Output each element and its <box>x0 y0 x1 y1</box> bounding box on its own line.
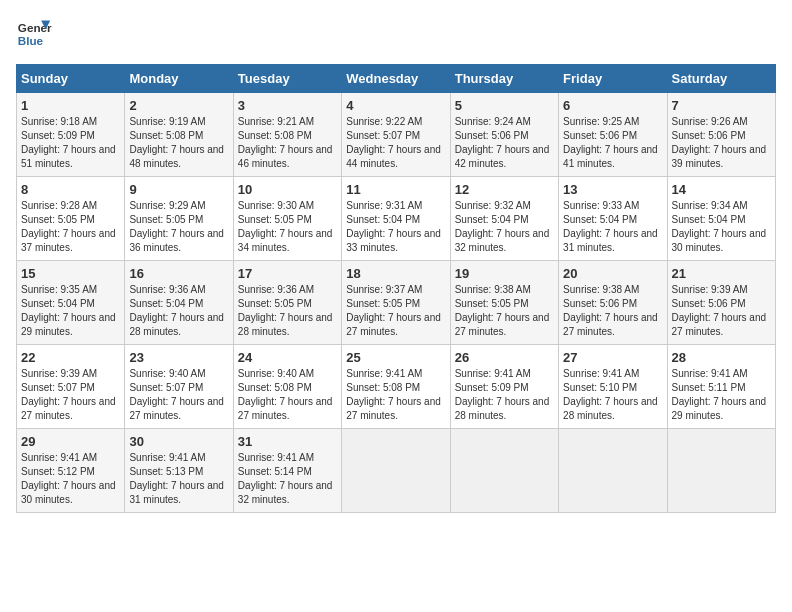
day-info: Sunrise: 9:35 AMSunset: 5:04 PMDaylight:… <box>21 283 120 339</box>
day-info: Sunrise: 9:32 AMSunset: 5:04 PMDaylight:… <box>455 199 554 255</box>
calendar-cell: 1Sunrise: 9:18 AMSunset: 5:09 PMDaylight… <box>17 93 125 177</box>
weekday-header: Monday <box>125 65 233 93</box>
page-header: General Blue <box>16 16 776 52</box>
day-number: 14 <box>672 182 771 197</box>
day-number: 28 <box>672 350 771 365</box>
calendar-cell: 20Sunrise: 9:38 AMSunset: 5:06 PMDayligh… <box>559 261 667 345</box>
calendar-cell <box>667 429 775 513</box>
calendar-cell: 31Sunrise: 9:41 AMSunset: 5:14 PMDayligh… <box>233 429 341 513</box>
calendar-cell: 25Sunrise: 9:41 AMSunset: 5:08 PMDayligh… <box>342 345 450 429</box>
calendar-cell <box>559 429 667 513</box>
calendar-cell: 29Sunrise: 9:41 AMSunset: 5:12 PMDayligh… <box>17 429 125 513</box>
day-info: Sunrise: 9:19 AMSunset: 5:08 PMDaylight:… <box>129 115 228 171</box>
calendar-cell: 10Sunrise: 9:30 AMSunset: 5:05 PMDayligh… <box>233 177 341 261</box>
day-number: 4 <box>346 98 445 113</box>
calendar-cell: 30Sunrise: 9:41 AMSunset: 5:13 PMDayligh… <box>125 429 233 513</box>
day-info: Sunrise: 9:37 AMSunset: 5:05 PMDaylight:… <box>346 283 445 339</box>
day-number: 23 <box>129 350 228 365</box>
day-info: Sunrise: 9:33 AMSunset: 5:04 PMDaylight:… <box>563 199 662 255</box>
day-number: 8 <box>21 182 120 197</box>
day-info: Sunrise: 9:28 AMSunset: 5:05 PMDaylight:… <box>21 199 120 255</box>
day-number: 7 <box>672 98 771 113</box>
day-info: Sunrise: 9:34 AMSunset: 5:04 PMDaylight:… <box>672 199 771 255</box>
calendar-cell: 9Sunrise: 9:29 AMSunset: 5:05 PMDaylight… <box>125 177 233 261</box>
weekday-header: Saturday <box>667 65 775 93</box>
day-info: Sunrise: 9:41 AMSunset: 5:13 PMDaylight:… <box>129 451 228 507</box>
calendar-cell: 2Sunrise: 9:19 AMSunset: 5:08 PMDaylight… <box>125 93 233 177</box>
calendar-cell: 8Sunrise: 9:28 AMSunset: 5:05 PMDaylight… <box>17 177 125 261</box>
day-number: 11 <box>346 182 445 197</box>
svg-text:Blue: Blue <box>18 34 44 47</box>
day-number: 29 <box>21 434 120 449</box>
day-number: 17 <box>238 266 337 281</box>
day-number: 19 <box>455 266 554 281</box>
calendar-cell: 11Sunrise: 9:31 AMSunset: 5:04 PMDayligh… <box>342 177 450 261</box>
logo: General Blue <box>16 16 52 52</box>
calendar-cell: 3Sunrise: 9:21 AMSunset: 5:08 PMDaylight… <box>233 93 341 177</box>
day-info: Sunrise: 9:21 AMSunset: 5:08 PMDaylight:… <box>238 115 337 171</box>
calendar-cell: 12Sunrise: 9:32 AMSunset: 5:04 PMDayligh… <box>450 177 558 261</box>
day-number: 26 <box>455 350 554 365</box>
day-info: Sunrise: 9:25 AMSunset: 5:06 PMDaylight:… <box>563 115 662 171</box>
calendar-cell: 13Sunrise: 9:33 AMSunset: 5:04 PMDayligh… <box>559 177 667 261</box>
day-info: Sunrise: 9:36 AMSunset: 5:05 PMDaylight:… <box>238 283 337 339</box>
calendar-cell: 27Sunrise: 9:41 AMSunset: 5:10 PMDayligh… <box>559 345 667 429</box>
day-number: 24 <box>238 350 337 365</box>
logo-icon: General Blue <box>16 16 52 52</box>
day-info: Sunrise: 9:18 AMSunset: 5:09 PMDaylight:… <box>21 115 120 171</box>
calendar-cell <box>450 429 558 513</box>
day-number: 20 <box>563 266 662 281</box>
calendar-cell: 16Sunrise: 9:36 AMSunset: 5:04 PMDayligh… <box>125 261 233 345</box>
day-info: Sunrise: 9:38 AMSunset: 5:05 PMDaylight:… <box>455 283 554 339</box>
day-number: 6 <box>563 98 662 113</box>
day-info: Sunrise: 9:41 AMSunset: 5:10 PMDaylight:… <box>563 367 662 423</box>
day-info: Sunrise: 9:41 AMSunset: 5:12 PMDaylight:… <box>21 451 120 507</box>
day-number: 22 <box>21 350 120 365</box>
day-info: Sunrise: 9:31 AMSunset: 5:04 PMDaylight:… <box>346 199 445 255</box>
day-info: Sunrise: 9:41 AMSunset: 5:11 PMDaylight:… <box>672 367 771 423</box>
day-info: Sunrise: 9:41 AMSunset: 5:08 PMDaylight:… <box>346 367 445 423</box>
calendar-cell <box>342 429 450 513</box>
calendar-cell: 15Sunrise: 9:35 AMSunset: 5:04 PMDayligh… <box>17 261 125 345</box>
weekday-header: Thursday <box>450 65 558 93</box>
day-info: Sunrise: 9:38 AMSunset: 5:06 PMDaylight:… <box>563 283 662 339</box>
day-number: 9 <box>129 182 228 197</box>
calendar-table: SundayMondayTuesdayWednesdayThursdayFrid… <box>16 64 776 513</box>
day-info: Sunrise: 9:29 AMSunset: 5:05 PMDaylight:… <box>129 199 228 255</box>
day-number: 13 <box>563 182 662 197</box>
calendar-cell: 18Sunrise: 9:37 AMSunset: 5:05 PMDayligh… <box>342 261 450 345</box>
day-info: Sunrise: 9:30 AMSunset: 5:05 PMDaylight:… <box>238 199 337 255</box>
day-number: 31 <box>238 434 337 449</box>
day-info: Sunrise: 9:40 AMSunset: 5:08 PMDaylight:… <box>238 367 337 423</box>
calendar-cell: 19Sunrise: 9:38 AMSunset: 5:05 PMDayligh… <box>450 261 558 345</box>
day-info: Sunrise: 9:24 AMSunset: 5:06 PMDaylight:… <box>455 115 554 171</box>
calendar-cell: 28Sunrise: 9:41 AMSunset: 5:11 PMDayligh… <box>667 345 775 429</box>
day-number: 10 <box>238 182 337 197</box>
day-number: 16 <box>129 266 228 281</box>
day-info: Sunrise: 9:40 AMSunset: 5:07 PMDaylight:… <box>129 367 228 423</box>
weekday-header: Sunday <box>17 65 125 93</box>
calendar-cell: 24Sunrise: 9:40 AMSunset: 5:08 PMDayligh… <box>233 345 341 429</box>
day-number: 3 <box>238 98 337 113</box>
day-info: Sunrise: 9:39 AMSunset: 5:07 PMDaylight:… <box>21 367 120 423</box>
calendar-cell: 17Sunrise: 9:36 AMSunset: 5:05 PMDayligh… <box>233 261 341 345</box>
day-info: Sunrise: 9:41 AMSunset: 5:09 PMDaylight:… <box>455 367 554 423</box>
day-info: Sunrise: 9:36 AMSunset: 5:04 PMDaylight:… <box>129 283 228 339</box>
calendar-cell: 7Sunrise: 9:26 AMSunset: 5:06 PMDaylight… <box>667 93 775 177</box>
calendar-cell: 6Sunrise: 9:25 AMSunset: 5:06 PMDaylight… <box>559 93 667 177</box>
day-number: 27 <box>563 350 662 365</box>
weekday-header: Friday <box>559 65 667 93</box>
calendar-cell: 4Sunrise: 9:22 AMSunset: 5:07 PMDaylight… <box>342 93 450 177</box>
day-number: 2 <box>129 98 228 113</box>
calendar-cell: 5Sunrise: 9:24 AMSunset: 5:06 PMDaylight… <box>450 93 558 177</box>
day-number: 21 <box>672 266 771 281</box>
day-number: 18 <box>346 266 445 281</box>
day-number: 5 <box>455 98 554 113</box>
day-info: Sunrise: 9:22 AMSunset: 5:07 PMDaylight:… <box>346 115 445 171</box>
day-number: 15 <box>21 266 120 281</box>
day-info: Sunrise: 9:41 AMSunset: 5:14 PMDaylight:… <box>238 451 337 507</box>
weekday-header: Tuesday <box>233 65 341 93</box>
day-number: 12 <box>455 182 554 197</box>
calendar-cell: 14Sunrise: 9:34 AMSunset: 5:04 PMDayligh… <box>667 177 775 261</box>
weekday-header: Wednesday <box>342 65 450 93</box>
